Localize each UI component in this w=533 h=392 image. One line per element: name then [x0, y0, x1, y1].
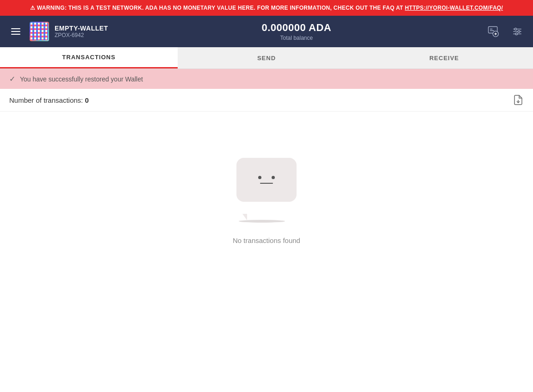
receive-icon[interactable] [485, 23, 502, 40]
transaction-header: Number of transactions: 0 [0, 89, 533, 112]
transaction-count: Number of transactions: 0 [9, 96, 89, 104]
content-area: Number of transactions: 0 [0, 89, 533, 392]
empty-text: No transactions found [233, 236, 300, 244]
warning-text: WARNING: THIS IS A TEST NETWORK. ADA HAS… [37, 5, 405, 11]
bubble-eye-left [258, 176, 261, 179]
success-banner: ✓ You have successfully restored your Wa… [0, 69, 533, 89]
app-header: EMPTY-WALLET ZPOX-6942 0.000000 ADA Tota… [0, 16, 533, 47]
bubble-face [258, 176, 275, 184]
tab-send[interactable]: SEND [178, 47, 355, 68]
bubble-eye-right [272, 176, 275, 179]
menu-icon[interactable] [7, 25, 24, 38]
tx-count-label: Number of transactions: [9, 96, 83, 104]
settings-icon[interactable] [509, 23, 526, 40]
bubble-tail [242, 214, 247, 220]
balance-amount: 0.000000 ADA [108, 22, 485, 34]
balance-section: 0.000000 ADA Total balance [108, 22, 485, 41]
bubble-mouth [260, 183, 273, 184]
wallet-name: EMPTY-WALLET [55, 25, 108, 32]
svg-point-6 [518, 31, 520, 32]
svg-point-7 [515, 33, 517, 35]
header-actions [485, 23, 526, 40]
check-icon: ✓ [9, 75, 15, 83]
speech-bubble [236, 158, 297, 202]
warning-link[interactable]: HTTPS://YOROI-WALLET.COM/FAQ/ [405, 5, 503, 11]
empty-illustration [229, 149, 304, 223]
wallet-avatar [30, 22, 49, 41]
tab-transactions[interactable]: TRANSACTIONS [0, 47, 178, 68]
bubble-eyes [258, 176, 275, 179]
tab-bar: TRANSACTIONS SEND RECEIVE [0, 47, 533, 69]
svg-point-5 [514, 28, 516, 30]
tab-receive[interactable]: RECEIVE [355, 47, 533, 68]
wallet-info: EMPTY-WALLET ZPOX-6942 [55, 25, 108, 38]
wallet-id: ZPOX-6942 [55, 32, 108, 38]
success-message: You have successfully restored your Wall… [20, 75, 143, 83]
export-button[interactable] [513, 94, 524, 106]
shadow-line [239, 220, 285, 223]
empty-state: No transactions found [0, 112, 533, 263]
warning-banner: ⚠ WARNING: THIS IS A TEST NETWORK. ADA H… [0, 0, 533, 16]
balance-label: Total balance [108, 35, 485, 41]
tx-count-value: 0 [85, 96, 88, 104]
warning-icon: ⚠ [30, 5, 35, 11]
